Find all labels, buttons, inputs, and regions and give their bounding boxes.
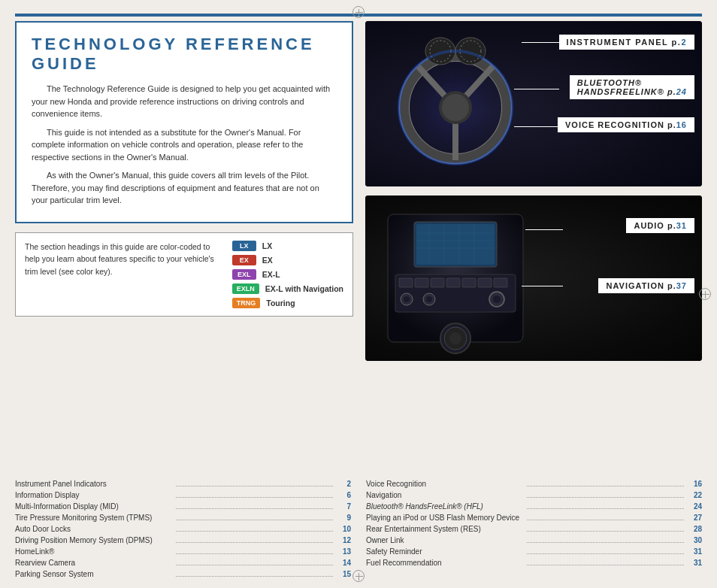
toc-item-label: Bluetooth® HandsFreeLink® (HFL) [366, 502, 524, 511]
navigation-text: NAVIGATION p. [606, 281, 676, 290]
toc-item-label: Auto Door Locks [15, 525, 173, 533]
toc-item: Parking Sensor System15 [15, 568, 351, 579]
toc-item: Safety Reminder31 [366, 545, 702, 556]
title-section: TECHNOLOGY REFERENCE GUIDE The Technolog… [15, 21, 353, 223]
toc-item-label: Tire Pressure Monitoring System (TPMS) [15, 514, 173, 522]
toc-item: Rear Entertainment System (RES)28 [366, 523, 702, 534]
toc-item: Instrument Panel Indicators2 [15, 477, 351, 489]
toc-item-label: Rear Entertainment System (RES) [366, 525, 524, 533]
voice-recognition-label: VOICE RECOGNITION p.16 [558, 117, 694, 132]
bluetooth-label: BLUETOOTH® HANDSFREELINK® p.24 [570, 75, 694, 99]
trim-label: Touring [266, 299, 295, 308]
handsfreelink-text: HANDSFREELINK® p. [577, 87, 676, 96]
svg-point-37 [493, 296, 501, 303]
color-key-row: LXLX [232, 241, 343, 251]
toc-page-number: 9 [336, 514, 351, 522]
trim-badge: EXL [232, 269, 256, 280]
toc-item-label: Driving Position Memory System (DPMS) [15, 536, 173, 544]
dashboard-illustration [373, 199, 538, 357]
toc-dots [527, 513, 685, 520]
svg-rect-30 [478, 278, 492, 287]
toc-dots [527, 502, 685, 509]
trim-label: EX-L with Navigation [265, 284, 343, 293]
toc-page-number: 31 [687, 559, 702, 567]
toc-page-number: 2 [336, 480, 351, 488]
toc-item: Auto Door Locks10 [15, 523, 351, 534]
svg-point-35 [426, 296, 432, 302]
voice-page-num: 16 [676, 120, 687, 129]
toc-page-number: 6 [336, 491, 351, 499]
toc-page-number: 10 [336, 525, 351, 533]
toc-item: Playing an iPod or USB Flash Memory Devi… [366, 511, 702, 523]
steering-wheel-illustration [380, 29, 531, 179]
svg-rect-28 [446, 278, 460, 287]
instrument-panel-label: INSTRUMENT PANEL p.2 [559, 35, 694, 50]
toc-page-number: 7 [336, 502, 351, 511]
toc-page-number: 27 [687, 514, 702, 522]
svg-rect-27 [431, 278, 444, 287]
toc-dots [527, 558, 685, 565]
instrument-page-num: 2 [681, 38, 687, 47]
toc-page-number: 14 [336, 559, 351, 567]
toc-dots [176, 513, 334, 520]
toc-dots [176, 524, 334, 532]
bluetooth-text: BLUETOOTH® [577, 78, 642, 87]
toc-item: Fuel Recommendation31 [366, 556, 702, 568]
toc-item-label: Parking Sensor System [15, 570, 173, 578]
toc-item-label: Rearview Camera [15, 559, 173, 567]
svg-rect-25 [399, 278, 413, 287]
toc-item-label: Fuel Recommendation [366, 559, 524, 567]
svg-point-8 [442, 94, 469, 121]
toc-dots [527, 479, 685, 486]
toc-dots [527, 535, 685, 543]
toc-item: Multi-Information Display (MID)7 [15, 500, 351, 511]
registration-mark-top [352, 6, 365, 18]
toc-item-label: Multi-Information Display (MID) [15, 502, 173, 511]
steering-panel-bg: INSTRUMENT PANEL p.2 BLUETOOTH® HANDSFRE… [365, 21, 702, 186]
toc-col-right: Voice Recognition16Navigation22Bluetooth… [366, 477, 702, 579]
toc-item: Information Display6 [15, 489, 351, 500]
trim-badge: EX [232, 255, 256, 265]
toc-col-left: Instrument Panel Indicators2Information … [15, 477, 351, 579]
main-content: TECHNOLOGY REFERENCE GUIDE The Technolog… [15, 21, 702, 474]
toc-page-number: 12 [336, 536, 351, 544]
svg-rect-29 [462, 278, 476, 287]
intro-paragraph-3: As with the Owner's Manual, this guide c… [32, 169, 337, 207]
color-key-row: EXEX [232, 255, 343, 265]
toc-page-number: 22 [687, 491, 702, 499]
toc-item-label: Instrument Panel Indicators [15, 480, 173, 488]
color-key-description: The section headings in this guide are c… [25, 241, 220, 308]
svg-rect-31 [494, 278, 507, 287]
color-key-row: EXLEX-L [232, 269, 343, 280]
registration-mark-bottom [352, 570, 365, 582]
trim-badge: LX [232, 241, 256, 251]
svg-point-33 [404, 296, 410, 302]
svg-point-40 [449, 332, 461, 344]
toc-dots [176, 547, 334, 554]
left-column: TECHNOLOGY REFERENCE GUIDE The Technolog… [15, 21, 353, 474]
toc-item-label: Owner Link [366, 536, 524, 544]
toc-page-number: 24 [687, 502, 702, 511]
toc-page-number: 31 [687, 547, 702, 556]
toc-page-number: 15 [336, 570, 351, 578]
toc-item-label: Voice Recognition [366, 480, 524, 488]
toc-dots [527, 490, 685, 498]
connector-line-4 [525, 229, 563, 230]
toc-item: Voice Recognition16 [366, 477, 702, 489]
trim-label: EX-L [262, 270, 280, 279]
trim-badge: EXLN [232, 283, 259, 294]
toc-dots [176, 479, 334, 486]
right-column: INSTRUMENT PANEL p.2 BLUETOOTH® HANDSFRE… [365, 21, 702, 474]
toc-item: HomeLink®13 [15, 545, 351, 556]
color-key-items: LXLXEXEXEXLEX-LEXLNEX-L with NavigationT… [232, 241, 343, 308]
registration-mark-right [699, 288, 711, 300]
steering-wheel-panel: INSTRUMENT PANEL p.2 BLUETOOTH® HANDSFRE… [365, 21, 702, 186]
connector-line-2 [514, 89, 559, 89]
toc-item-label: HomeLink® [15, 547, 173, 556]
toc-dots [176, 502, 334, 509]
toc-page-number: 28 [687, 525, 702, 533]
color-key-row: TRNGTouring [232, 298, 343, 308]
navigation-label: NAVIGATION p.37 [598, 278, 694, 293]
toc-item-label: Navigation [366, 491, 524, 499]
dash-panel-bg: AUDIO p.31 NAVIGATION p.37 [365, 195, 702, 361]
